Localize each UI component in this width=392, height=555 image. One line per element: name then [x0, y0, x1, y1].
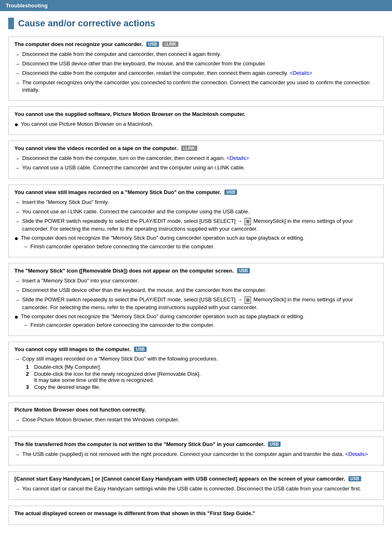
badge-usb-8: USB — [268, 442, 281, 447]
arrow-icon: → — [14, 486, 20, 493]
list-item: → Insert the "Memory Stick Duo" firmly. — [14, 199, 378, 207]
section-6-intro-item: → Copy still images recorded on a "Memor… — [14, 356, 378, 362]
item-text: Slide the POWER switch repeatedly to sel… — [22, 217, 378, 233]
item-text: The USB cable (supplied) is not removed … — [22, 451, 368, 458]
sub-item: → Finish camcorder operation before conn… — [23, 321, 378, 329]
step-2: 2 Double-click the icon for the newly re… — [26, 371, 378, 383]
section-header-8: The file transferred from the computer i… — [14, 441, 378, 447]
section-8-list: → The USB cable (supplied) is not remove… — [14, 451, 378, 459]
item-text: You cannot start or cancel the Easy Hand… — [22, 485, 361, 493]
section-header-4: You cannot view still images recorded on… — [14, 189, 378, 195]
step-1: 1 Double-click [My Computer]. — [26, 364, 378, 370]
section-macintosh: You cannot use the supplied software, Pi… — [8, 106, 384, 135]
list-item: → Disconnect the USB device other than t… — [14, 60, 378, 68]
arrow-icon: → — [14, 60, 20, 68]
arrow-icon: → — [14, 356, 20, 362]
section-header-5: The "Memory Stick" icon ([Removable Disk… — [14, 268, 378, 274]
section-title-8: The file transferred from the computer i… — [14, 441, 265, 447]
numbered-steps: 1 Double-click [My Computer]. 2 Double-c… — [26, 364, 378, 390]
details-link-1[interactable]: <Details> — [290, 70, 312, 76]
bullet-icon: ● — [14, 234, 18, 242]
list-item: ● You cannot use Picture Motion Browser … — [14, 120, 378, 128]
page-title: Cause and/or corrective actions — [18, 18, 155, 29]
item-text: Slide the POWER switch repeatedly to sel… — [22, 296, 378, 312]
section-2-list: ● You cannot use Picture Motion Browser … — [14, 120, 378, 128]
list-item: → Insert a "Memory Stick Duo" into your … — [14, 277, 378, 285]
badge-usb-6: USB — [134, 347, 147, 352]
section-6-intro: Copy still images recorded on a "Memory … — [22, 356, 218, 362]
arrow-icon: → — [14, 287, 20, 295]
page-title-container: Cause and/or corrective actions — [8, 18, 384, 29]
sub-item: → Finish camcorder operation before conn… — [23, 243, 378, 251]
badge-ilink-3: i.LINK — [181, 146, 197, 151]
badge-usb-9: USB — [348, 476, 361, 481]
top-bar-label: Troubleshooting — [6, 2, 48, 9]
list-item: ● The computer does not recognize the "M… — [14, 234, 378, 251]
top-bar: Troubleshooting — [0, 0, 392, 11]
step-3: 3 Copy the desired image file. — [26, 384, 378, 390]
list-item: → Disconnect the cable from the computer… — [14, 155, 378, 163]
arrow-icon: → — [14, 51, 20, 59]
section-5-list: → Insert a "Memory Stick Duo" into your … — [14, 277, 378, 329]
step-number: 1 — [26, 364, 34, 370]
list-item: → Slide the POWER switch repeatedly to s… — [14, 296, 378, 312]
item-text: The computer does not recognize the "Mem… — [21, 313, 304, 321]
arrow-icon: → — [14, 218, 20, 226]
section-header-6: You cannot copy still images to the comp… — [14, 346, 378, 352]
arrow-icon: → — [23, 243, 28, 251]
section-header-9: [Cannot start Easy Handycam.] or [Cannot… — [14, 476, 378, 482]
arrow-icon: → — [14, 199, 20, 207]
item-text: Disconnect the cable from the computer a… — [22, 69, 312, 77]
item-text: Disconnect the cable from the computer, … — [22, 155, 249, 162]
details-link-8[interactable]: <Details> — [345, 451, 368, 457]
arrow-icon: → — [14, 451, 20, 459]
section-title-4: You cannot view still images recorded on… — [14, 189, 221, 195]
section-tape-videos: You cannot view the videos recorded on a… — [8, 141, 384, 179]
step-text: Double-click [My Computer]. — [34, 364, 101, 370]
details-link-3[interactable]: <Details> — [226, 155, 249, 161]
section-4-list: → Insert the "Memory Stick Duo" firmly. … — [14, 199, 378, 251]
arrow-icon: → — [14, 416, 20, 424]
item-text: Insert a "Memory Stick Duo" into your ca… — [22, 277, 139, 285]
item-text: You cannot use an i.LINK cable. Connect … — [22, 208, 249, 216]
section-title-10: The actual displayed screen or message i… — [14, 510, 255, 516]
arrow-icon: → — [14, 155, 20, 163]
list-item: → You cannot start or cancel the Easy Ha… — [14, 485, 378, 493]
arrow-icon: → — [14, 70, 20, 78]
arrow-icon: → — [14, 296, 20, 304]
sub-text: Finish camcorder operation before connec… — [30, 321, 214, 329]
item-text: Disconnect the USB device other than the… — [22, 287, 266, 294]
section-computer-not-recognize: The computer does not recognize your cam… — [8, 37, 384, 101]
list-item: → Slide the POWER switch repeatedly to s… — [14, 217, 378, 233]
section-title-3: You cannot view the videos recorded on a… — [14, 145, 178, 151]
section-copy-images: You cannot copy still images to the comp… — [8, 342, 384, 396]
list-item: → Disconnect the cable from the computer… — [14, 51, 378, 59]
item-text: The computer recognizes only the camcord… — [22, 79, 378, 95]
step-text: Copy the desired image file. — [34, 384, 100, 390]
section-title-6: You cannot copy still images to the comp… — [14, 346, 131, 352]
item-text: Disconnect the cable from the computer a… — [22, 51, 221, 58]
section-9-list: → You cannot start or cancel the Easy Ha… — [14, 485, 378, 493]
section-header-7: Picture Motion Browser does not function… — [14, 407, 378, 413]
section-easy-handycam: [Cannot start Easy Handycam.] or [Cannot… — [8, 471, 384, 500]
title-accent — [8, 18, 14, 29]
section-title-7: Picture Motion Browser does not function… — [14, 407, 146, 413]
badge-usb-4: USB — [224, 190, 237, 195]
arrow-icon: → — [14, 79, 20, 87]
badge-usb-5: USB — [237, 268, 250, 273]
item-text: You cannot use a USB cable. Connect the … — [22, 164, 245, 172]
bullet-icon: ● — [14, 120, 18, 128]
item-text: Close Picture Motion Browser, then resta… — [22, 416, 179, 424]
section-header-1: The computer does not recognize your cam… — [14, 41, 378, 47]
section-header-10: The actual displayed screen or message i… — [14, 510, 378, 516]
list-item: → The computer recognizes only the camco… — [14, 79, 378, 95]
list-item: → You cannot use a USB cable. Connect th… — [14, 164, 378, 172]
list-item: → The USB cable (supplied) is not remove… — [14, 451, 378, 459]
section-screen-different: The actual displayed screen or message i… — [8, 506, 384, 525]
section-title-5: The "Memory Stick" icon ([Removable Disk… — [14, 268, 234, 274]
step-number: 2 — [26, 371, 34, 377]
arrow-icon: → — [14, 208, 20, 216]
list-item: → You cannot use an i.LINK cable. Connec… — [14, 208, 378, 216]
section-file-transfer: The file transferred from the computer i… — [8, 437, 384, 465]
section-title-1: The computer does not recognize your cam… — [14, 41, 143, 47]
